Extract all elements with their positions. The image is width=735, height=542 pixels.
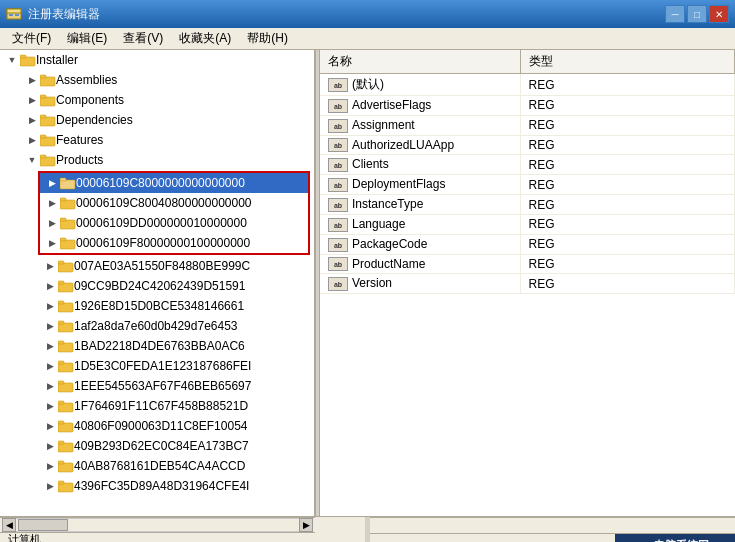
folder-icon-h3 [60,236,76,250]
svg-rect-32 [58,343,73,352]
tree-item-assemblies[interactable]: ▶ Assemblies [0,70,314,90]
table-row[interactable]: abAssignmentREG [320,115,735,135]
tree-item-other-0[interactable]: ▶ 007AE03A51550F84880BE999C [0,256,314,276]
tree-panel: ▼ Installer ▶ Assemblies [0,50,315,516]
expand-o8[interactable]: ▶ [42,418,58,434]
expand-o6[interactable]: ▶ [42,378,58,394]
folder-icon-o4 [58,339,74,353]
svg-rect-27 [58,281,64,284]
tree-item-other-6[interactable]: ▶ 1EEE545563AF67F46BEB65697 [0,376,314,396]
table-row[interactable]: abPackageCodeREG [320,234,735,254]
expand-assemblies[interactable]: ▶ [24,72,40,88]
tree-scroll[interactable]: ▼ Installer ▶ Assemblies [0,50,314,516]
expand-components[interactable]: ▶ [24,92,40,108]
expand-products[interactable]: ▼ [24,152,40,168]
o7-label: 1F764691F11C67F458B88521D [74,399,248,413]
expand-h2[interactable]: ▶ [44,215,60,231]
menu-edit[interactable]: 编辑(E) [59,28,115,49]
hscroll-thumb[interactable] [18,519,68,531]
bottom-left: ◀ ▶ 计算机\HKEY_CLASSES_ROOT\Installer\Prod… [0,517,365,542]
minimize-button[interactable]: ─ [665,5,685,23]
entry-type: REG [520,135,735,155]
tree-item-other-7[interactable]: ▶ 1F764691F11C67F458B88521D [0,396,314,416]
svg-rect-38 [58,403,73,412]
expand-h1[interactable]: ▶ [44,195,60,211]
tree-item-other-3[interactable]: ▶ 1af2a8da7e60d0b429d7e6453 [0,316,314,336]
expand-h0[interactable]: ▶ [44,175,60,191]
expand-dependencies[interactable]: ▶ [24,112,40,128]
title-bar: 注册表编辑器 ─ □ ✕ [0,0,735,28]
svg-rect-23 [60,238,66,241]
svg-rect-11 [40,115,46,118]
expand-o0[interactable]: ▶ [42,258,58,274]
tree-item-other-9[interactable]: ▶ 409B293D62EC0C84EA173BC7 [0,436,314,456]
svg-rect-24 [58,263,73,272]
expand-o10[interactable]: ▶ [42,458,58,474]
svg-rect-29 [58,301,64,304]
tree-item-installer[interactable]: ▼ Installer [0,50,314,70]
tree-item-other-5[interactable]: ▶ 1D5E3C0FEDA1E123187686FEI [0,356,314,376]
products-label: Products [56,153,103,167]
table-row[interactable]: ab(默认)REG [320,74,735,96]
tree-item-components[interactable]: ▶ Components [0,90,314,110]
expand-installer[interactable]: ▼ [4,52,20,68]
right-panel: 名称 类型 ab(默认)REGabAdvertiseFlagsREGabAssi… [320,50,735,516]
svg-rect-19 [60,198,66,201]
tree-item-highlighted-1[interactable]: ▶ 00006109C80040800000000000 [40,193,308,213]
expand-o1[interactable]: ▶ [42,278,58,294]
svg-rect-20 [60,220,75,229]
folder-icon-products [40,153,56,167]
tree-item-highlighted-3[interactable]: ▶ 00006109F80000000100000000 [40,233,308,253]
expand-h3[interactable]: ▶ [44,235,60,251]
tree-item-highlighted-0[interactable]: ▶ 00006109C8000000000000000 [40,173,308,193]
tree-item-dependencies[interactable]: ▶ Dependencies [0,110,314,130]
expand-o11[interactable]: ▶ [42,478,58,494]
tree-item-other-4[interactable]: ▶ 1BAD2218D4DE6763BBA0AC6 [0,336,314,356]
menu-help[interactable]: 帮助(H) [239,28,296,49]
expand-o7[interactable]: ▶ [42,398,58,414]
table-row[interactable]: abDeploymentFlagsREG [320,175,735,195]
tree-item-other-10[interactable]: ▶ 40AB8768161DEB54CA4ACCD [0,456,314,476]
hscroll-track[interactable] [16,518,299,532]
tree-item-features[interactable]: ▶ Features [0,130,314,150]
expand-features[interactable]: ▶ [24,132,40,148]
hscroll-right-btn[interactable]: ▶ [299,518,313,532]
table-row[interactable]: abAdvertiseFlagsREG [320,96,735,116]
menu-favorites[interactable]: 收藏夹(A) [171,28,239,49]
o1-label: 09CC9BD24C42062439D51591 [74,279,245,293]
menu-file[interactable]: 文件(F) [4,28,59,49]
maximize-button[interactable]: □ [687,5,707,23]
folder-icon-assemblies [40,73,56,87]
tree-item-other-11[interactable]: ▶ 4396FC35D89A48D31964CFE4I [0,476,314,496]
table-row[interactable]: abAuthorizedLUAAppREG [320,135,735,155]
table-row[interactable]: abProductNameREG [320,254,735,274]
folder-icon-h1 [60,196,76,210]
expand-o3[interactable]: ▶ [42,318,58,334]
svg-rect-37 [58,381,64,384]
tree-item-highlighted-2[interactable]: ▶ 00006109DD000000010000000 [40,213,308,233]
right-hscroll[interactable] [370,517,735,533]
close-button[interactable]: ✕ [709,5,729,23]
expand-o4[interactable]: ▶ [42,338,58,354]
hscroll-left-btn[interactable]: ◀ [2,518,16,532]
menu-view[interactable]: 查看(V) [115,28,171,49]
svg-rect-9 [40,95,46,98]
table-row[interactable]: abInstanceTypeREG [320,195,735,215]
expand-o9[interactable]: ▶ [42,438,58,454]
tree-item-other-1[interactable]: ▶ 09CC9BD24C42062439D51591 [0,276,314,296]
expand-o2[interactable]: ▶ [42,298,58,314]
type-icon: ab [328,257,348,271]
table-row[interactable]: abVersionREG [320,274,735,294]
right-scroll[interactable]: 名称 类型 ab(默认)REGabAdvertiseFlagsREGabAssi… [320,50,735,516]
type-icon: ab [328,277,348,291]
h0-label: 00006109C8000000000000000 [76,176,245,190]
svg-rect-7 [40,75,46,78]
expand-o5[interactable]: ▶ [42,358,58,374]
entry-type: REG [520,96,735,116]
table-row[interactable]: abLanguageREG [320,214,735,234]
tree-item-products[interactable]: ▼ Products [0,150,314,170]
tree-hscroll[interactable]: ◀ ▶ [0,517,315,532]
tree-item-other-8[interactable]: ▶ 40806F0900063D11C8EF10054 [0,416,314,436]
table-row[interactable]: abClientsREG [320,155,735,175]
tree-item-other-2[interactable]: ▶ 1926E8D15D0BCE5348146661 [0,296,314,316]
